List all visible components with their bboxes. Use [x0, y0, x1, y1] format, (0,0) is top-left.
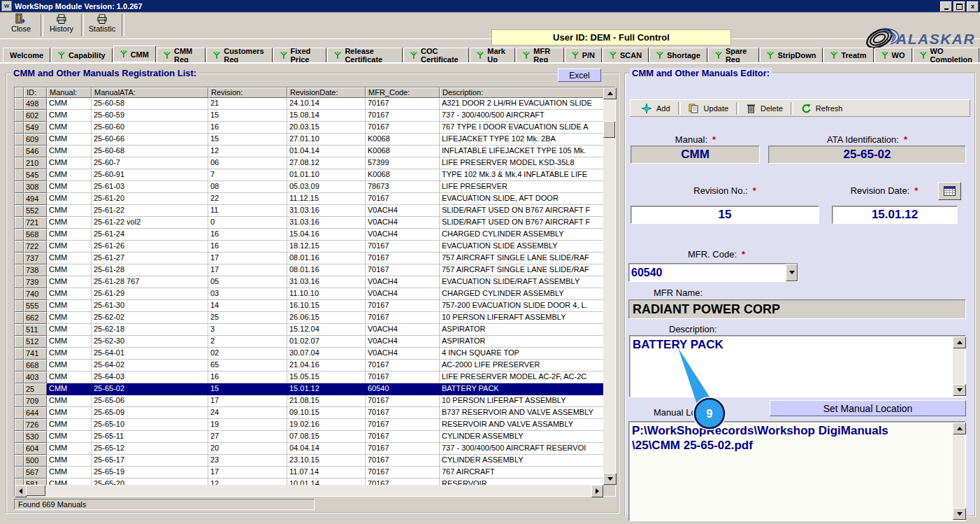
table-row[interactable]: 494CMM25-61-202211.12.1570167EVACUATION …: [15, 193, 603, 205]
table-row[interactable]: 737CMM25-61-271708.01.1670167757 AIRCRAF…: [15, 253, 603, 264]
table-row[interactable]: 530CMM25-65-112707.08.1570167CYLINDER AS…: [15, 431, 603, 443]
column-header-description[interactable]: Description:: [440, 87, 603, 98]
column-header-manualata[interactable]: ManualATA:: [92, 87, 208, 98]
tab-shortage[interactable]: Shortage: [649, 48, 707, 62]
table-row[interactable]: 210CMM25-60-70627.08.1257399LIFE PRESERV…: [15, 157, 603, 169]
restore-button[interactable]: [953, 1, 965, 12]
scroll-down-button[interactable]: [953, 508, 966, 520]
table-row[interactable]: 738CMM25-61-281708.01.1670167757 AIRCRAF…: [15, 264, 603, 276]
table-row[interactable]: 721CMM25-61-22 vol2031.03.16V0ACH4SLIDE/…: [15, 217, 603, 229]
manual-location-textarea[interactable]: P:\WorkShopRecords\Workshop DigiManuals …: [628, 421, 966, 521]
table-row[interactable]: 604CMM25-65-122004.04.1470167737 - 300/4…: [15, 443, 603, 455]
calendar-button[interactable]: [938, 182, 961, 200]
table-row[interactable]: 740CMM25-61-290311.10.10V0ACH4CHARGED CY…: [15, 288, 603, 300]
table-row[interactable]: 500CMM25-65-172323.10.1570167CYLINDER AS…: [15, 455, 603, 467]
table-row[interactable]: 25CMM25-65-021515.01.1260540BATTERY PACK: [15, 383, 603, 395]
tab-stripdown[interactable]: StripDown: [760, 48, 823, 62]
table-cell: 14: [208, 300, 287, 312]
table-row[interactable]: 545CMM25-60-91701.01.10K0068TYPE 102 Mk.…: [15, 169, 603, 181]
column-header-manual[interactable]: Manual:: [47, 87, 92, 98]
table-row[interactable]: 644CMM25-65-092409.10.1570167B737 RESERV…: [15, 407, 603, 419]
set-manual-location-button[interactable]: Set Manual Location: [770, 400, 966, 416]
table-row[interactable]: 602CMM25-60-591515.08.1470167737 - 300/4…: [15, 110, 603, 122]
tab-capability[interactable]: Capability: [51, 48, 113, 62]
scroll-left-button[interactable]: [15, 485, 27, 497]
scroll-right-button[interactable]: [591, 485, 603, 497]
table-cell: 25-62-18: [92, 324, 208, 336]
scroll-up-button[interactable]: [603, 87, 617, 99]
table-row[interactable]: 609CMM25-60-661527.01.10K0068LIFEJACKET …: [15, 134, 603, 146]
delete-button[interactable]: Delete: [740, 101, 790, 115]
table-row[interactable]: 308CMM25-61-030805.03.0978673LIFE PRESER…: [15, 181, 603, 193]
table-row[interactable]: 709CMM25-65-061721.08.157016710 PERSON L…: [15, 395, 603, 407]
table-cell: 25-60-68: [92, 146, 208, 157]
tab-coc-certificate[interactable]: COC Certificate: [403, 48, 469, 62]
mfr-code-combobox[interactable]: 60540: [628, 263, 798, 282]
manual-location-scrollbar[interactable]: [953, 423, 965, 520]
statistic-button[interactable]: Statistic: [82, 13, 122, 37]
combobox-dropdown-button[interactable]: [786, 264, 798, 281]
history-button[interactable]: History: [42, 13, 81, 37]
scroll-up-button[interactable]: [953, 423, 966, 434]
table-row[interactable]: 581CMM25-65-201210.01.1470167RESERVOIR: [15, 479, 603, 485]
tab-mark-up[interactable]: Mark Up: [470, 48, 515, 62]
add-button[interactable]: Add: [635, 101, 677, 115]
minimize-button[interactable]: [940, 1, 952, 12]
table-row[interactable]: 511CMM25-62-18315.12.04V0ACH4ASPIRATOR: [15, 324, 603, 336]
column-header-id[interactable]: ID:: [24, 87, 47, 98]
table-cell: CMM: [47, 455, 92, 467]
table-row[interactable]: 552CMM25-61-221131.03.16V0ACH4SLIDE/RAFT…: [15, 205, 603, 217]
table-cell: V0ACH4: [366, 336, 440, 348]
description-scrollbar[interactable]: [953, 337, 965, 396]
tab-treatm[interactable]: Treatm: [823, 48, 873, 62]
revision-no-input[interactable]: 15: [630, 206, 819, 224]
column-header-mfr-code[interactable]: MFR_Code:: [366, 87, 440, 98]
table-row[interactable]: 726CMM25-65-101919.02.1670167RESERVOIR A…: [15, 419, 603, 431]
manuals-grid[interactable]: ID:Manual:ManualATA:Revision:RevisionDat…: [14, 87, 616, 497]
table-row[interactable]: 722CMM25-61-261618.12.1570167EVACUATION …: [15, 241, 603, 253]
row-id-cell: 581: [24, 479, 47, 485]
column-header-revision[interactable]: Revision:: [208, 87, 287, 98]
tab-welcome[interactable]: Welcome: [3, 48, 50, 62]
scroll-down-button[interactable]: [603, 473, 617, 485]
tab-release-certificate[interactable]: Release Certificate: [327, 48, 403, 62]
tab-cmm-reg[interactable]: CMM Reg: [157, 48, 206, 62]
table-row[interactable]: 498CMM25-60-582124.10.1470167A321 DOOR 2…: [15, 98, 603, 110]
table-row[interactable]: 403CMM25-64-031615.05.1570167LIFE PRESER…: [15, 371, 603, 383]
update-button[interactable]: Update: [682, 101, 735, 115]
refresh-button[interactable]: Refresh: [794, 101, 850, 115]
table-cell: 60540: [366, 383, 440, 395]
scroll-up-button[interactable]: [953, 337, 966, 348]
tab-spare-reg[interactable]: Spare Reg: [708, 48, 760, 62]
tab-fixed-price[interactable]: Fixed Price: [273, 48, 327, 62]
column-header-revisiondate[interactable]: RevisionDate:: [287, 87, 366, 98]
table-row[interactable]: 741CMM25-64-010230.07.04V0ACH44 INCH SQU…: [15, 348, 603, 360]
table-row[interactable]: 546CMM25-60-681201.04.14K0068INFLATABLE …: [15, 146, 603, 157]
tab-customers-reg[interactable]: Customers Reg: [206, 48, 272, 62]
tab-mfr-reg[interactable]: MFR Reg: [516, 48, 563, 62]
table-row[interactable]: 567CMM25-65-191711.07.1470167767 AIRCRAF…: [15, 467, 603, 479]
scroll-down-button[interactable]: [953, 384, 966, 396]
revision-date-input[interactable]: 15.01.12: [832, 206, 958, 224]
tab-pin-icon: [334, 52, 341, 59]
table-row[interactable]: 549CMM25-60-601620.03.1570167767 TYPE I …: [15, 122, 603, 134]
table-row[interactable]: 662CMM25-62-022526.06.157016710 PERSON L…: [15, 312, 603, 324]
horizontal-scroll-thumb[interactable]: [26, 485, 45, 496]
table-row[interactable]: 739CMM25-61-28 7670531.03.16V0ACH4EVACUA…: [15, 276, 603, 288]
description-textarea[interactable]: BATTERY PACK: [629, 335, 966, 397]
table-row[interactable]: 668CMM25-64-026521.04.1670167AC-2000 LIF…: [15, 360, 603, 371]
grid-vertical-scrollbar[interactable]: [603, 87, 615, 485]
table-row[interactable]: 512CMM25-62-30201.02.07V0ACH4ASPIRATOR: [15, 336, 603, 348]
tab-p-n[interactable]: P/N: [565, 48, 602, 62]
tab-cmm[interactable]: CMM: [113, 45, 156, 62]
tab-wo[interactable]: WO: [874, 48, 912, 62]
grid-horizontal-scrollbar[interactable]: [15, 485, 603, 496]
close-button[interactable]: Close: [1, 13, 41, 37]
vertical-scroll-thumb[interactable]: [603, 121, 615, 138]
tab-wo-completion[interactable]: WO Completion: [913, 48, 980, 62]
tab-scan[interactable]: SCAN: [603, 48, 649, 62]
close-window-button[interactable]: x: [967, 1, 979, 12]
table-row[interactable]: 555CMM25-61-301416.10.1570167757-200 EVA…: [15, 300, 603, 312]
excel-export-button[interactable]: Excel: [558, 69, 601, 82]
table-row[interactable]: 568CMM25-61-241615.04.16V0ACH4CHARGED CY…: [15, 229, 603, 241]
